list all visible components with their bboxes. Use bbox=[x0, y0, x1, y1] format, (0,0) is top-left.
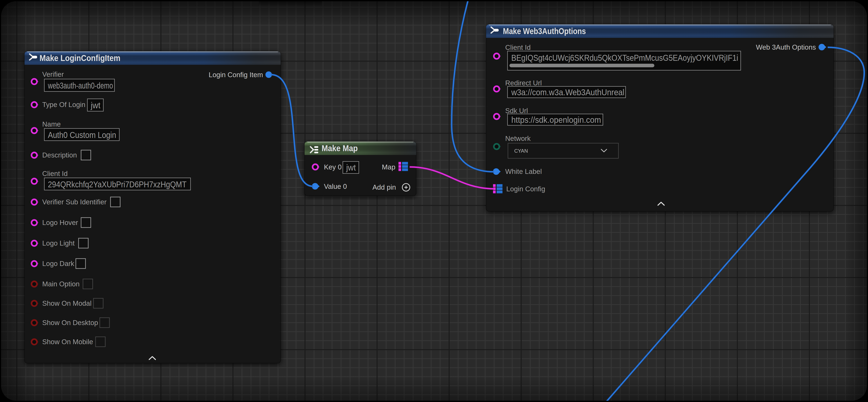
svg-text:Logo Dark: Logo Dark bbox=[42, 260, 74, 267]
svg-text:jwt: jwt bbox=[346, 163, 356, 172]
svg-text:Key 0: Key 0 bbox=[324, 163, 342, 171]
svg-text:Make Web3AuthOptions: Make Web3AuthOptions bbox=[503, 27, 586, 36]
svg-text:Sdk Url: Sdk Url bbox=[505, 107, 528, 115]
svg-text:Auth0 Custom Login: Auth0 Custom Login bbox=[48, 130, 116, 140]
svg-text:Description: Description bbox=[42, 151, 77, 159]
svg-text:Type Of Login: Type Of Login bbox=[42, 101, 85, 109]
svg-text:Logo Hover: Logo Hover bbox=[42, 219, 78, 226]
svg-text:Show On Mobile: Show On Mobile bbox=[42, 338, 93, 346]
svg-text:Show On Modal: Show On Modal bbox=[42, 299, 92, 307]
svg-text:Value 0: Value 0 bbox=[324, 182, 347, 190]
svg-text:web3auth-auth0-demo: web3auth-auth0-demo bbox=[48, 81, 113, 90]
svg-text:CYAN: CYAN bbox=[514, 148, 528, 154]
svg-text:Name: Name bbox=[42, 120, 61, 128]
svg-text:Redirect Url: Redirect Url bbox=[505, 79, 542, 87]
svg-text:Verifier Sub Identifier: Verifier Sub Identifier bbox=[42, 198, 106, 206]
svg-text:White Label: White Label bbox=[505, 168, 542, 175]
svg-text:Make LoginConfigItem: Make LoginConfigItem bbox=[39, 53, 120, 63]
svg-text:BEgIQSgt4cUWcj6SKRdu5QkOXTsePm: BEgIQSgt4cUWcj6SKRdu5QkOXTsePmMcusG5EAoy… bbox=[511, 53, 738, 63]
svg-text:Web 3Auth Options: Web 3Auth Options bbox=[756, 43, 816, 51]
svg-text:Logo Light: Logo Light bbox=[42, 239, 74, 247]
svg-text:Login Config: Login Config bbox=[506, 185, 545, 193]
svg-text:Verifier: Verifier bbox=[42, 70, 64, 78]
svg-text:Network: Network bbox=[505, 135, 531, 142]
svg-text:Main Option: Main Option bbox=[42, 280, 80, 288]
svg-text:294QRkchfq2YaXUbPri7D6PH7xzHgQ: 294QRkchfq2YaXUbPri7D6PH7xzHgQMT bbox=[48, 179, 187, 189]
svg-text:Map: Map bbox=[382, 163, 395, 171]
svg-text:w3a://com.w3a.Web3AuthUnreal: w3a://com.w3a.Web3AuthUnreal bbox=[511, 87, 624, 97]
svg-text:Make Map: Make Map bbox=[321, 144, 358, 153]
svg-text:https://sdk.openlogin.com: https://sdk.openlogin.com bbox=[511, 115, 601, 125]
svg-text:Login Config Item: Login Config Item bbox=[209, 71, 263, 79]
svg-text:Add pin: Add pin bbox=[372, 183, 396, 191]
svg-text:Client Id: Client Id bbox=[505, 44, 531, 51]
svg-text:Show On Desktop: Show On Desktop bbox=[42, 319, 98, 326]
svg-text:jwt: jwt bbox=[91, 100, 100, 110]
svg-text:Client Id: Client Id bbox=[42, 170, 68, 177]
